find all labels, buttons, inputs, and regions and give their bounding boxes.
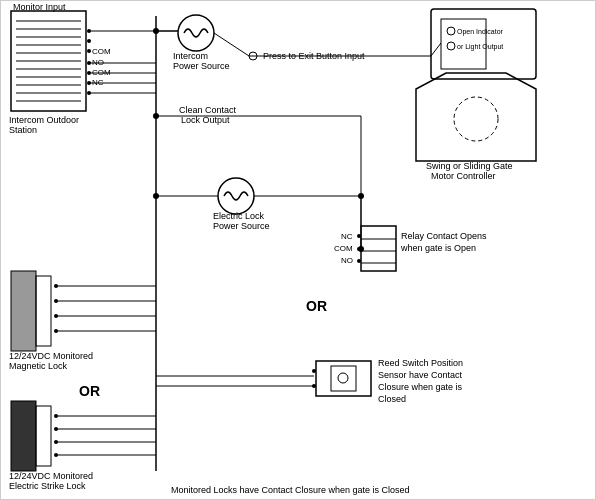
svg-rect-79 xyxy=(11,401,36,471)
svg-point-32 xyxy=(218,178,254,214)
svg-text:12/24VDC Monitored: 12/24VDC Monitored xyxy=(9,351,93,361)
svg-text:COM: COM xyxy=(334,244,353,253)
svg-point-24 xyxy=(178,15,214,51)
svg-text:OR: OR xyxy=(306,298,327,314)
svg-point-117 xyxy=(153,28,159,34)
svg-point-48 xyxy=(357,234,361,238)
svg-point-15 xyxy=(87,49,91,53)
svg-rect-66 xyxy=(11,271,36,351)
svg-rect-67 xyxy=(36,276,51,346)
svg-point-60 xyxy=(312,369,316,373)
svg-text:OR: OR xyxy=(79,383,100,399)
svg-text:or Light Output: or Light Output xyxy=(457,43,503,51)
svg-rect-44 xyxy=(361,226,396,271)
svg-text:Closed: Closed xyxy=(378,394,406,404)
svg-text:Swing or Sliding Gate: Swing or Sliding Gate xyxy=(426,161,513,171)
svg-text:12/24VDC Monitored: 12/24VDC Monitored xyxy=(9,471,93,481)
svg-text:Monitor Input: Monitor Input xyxy=(13,2,66,12)
svg-rect-58 xyxy=(331,366,356,391)
svg-text:Monitored Locks have Contact C: Monitored Locks have Contact Closure whe… xyxy=(171,485,410,495)
wiring-diagram: Monitor Input COM NO COM NC Intercom Pow… xyxy=(0,0,596,500)
svg-text:NO: NO xyxy=(341,256,353,265)
svg-text:Power Source: Power Source xyxy=(213,221,270,231)
svg-point-37 xyxy=(447,27,455,35)
svg-text:Electric Strike Lock: Electric Strike Lock xyxy=(9,481,86,491)
svg-text:Power Source: Power Source xyxy=(173,61,230,71)
svg-point-119 xyxy=(153,193,159,199)
svg-text:Open Indicator: Open Indicator xyxy=(457,28,504,36)
svg-text:Relay Contact Opens: Relay Contact Opens xyxy=(401,231,487,241)
svg-rect-80 xyxy=(36,406,51,466)
svg-text:Intercom: Intercom xyxy=(173,51,208,61)
svg-point-59 xyxy=(338,373,348,383)
svg-text:Electric Lock: Electric Lock xyxy=(213,211,265,221)
svg-point-39 xyxy=(447,42,455,50)
svg-text:Closure when gate is: Closure when gate is xyxy=(378,382,463,392)
svg-text:Sensor have Contact: Sensor have Contact xyxy=(378,370,463,380)
svg-text:Clean Contact: Clean Contact xyxy=(179,105,237,115)
svg-text:Station: Station xyxy=(9,125,37,135)
svg-line-97 xyxy=(431,43,441,56)
svg-point-14 xyxy=(87,39,91,43)
svg-text:Intercom Outdoor: Intercom Outdoor xyxy=(9,115,79,125)
svg-line-95 xyxy=(214,33,249,56)
svg-text:NC: NC xyxy=(341,232,353,241)
svg-text:Magnetic Lock: Magnetic Lock xyxy=(9,361,68,371)
svg-point-118 xyxy=(153,113,159,119)
svg-text:Reed Switch Position: Reed Switch Position xyxy=(378,358,463,368)
svg-point-121 xyxy=(358,246,364,252)
svg-point-41 xyxy=(454,97,498,141)
svg-text:when gate is Open: when gate is Open xyxy=(400,243,476,253)
svg-point-50 xyxy=(357,259,361,263)
svg-text:Motor Controller: Motor Controller xyxy=(431,171,496,181)
svg-point-120 xyxy=(358,193,364,199)
svg-text:COM: COM xyxy=(92,47,111,56)
